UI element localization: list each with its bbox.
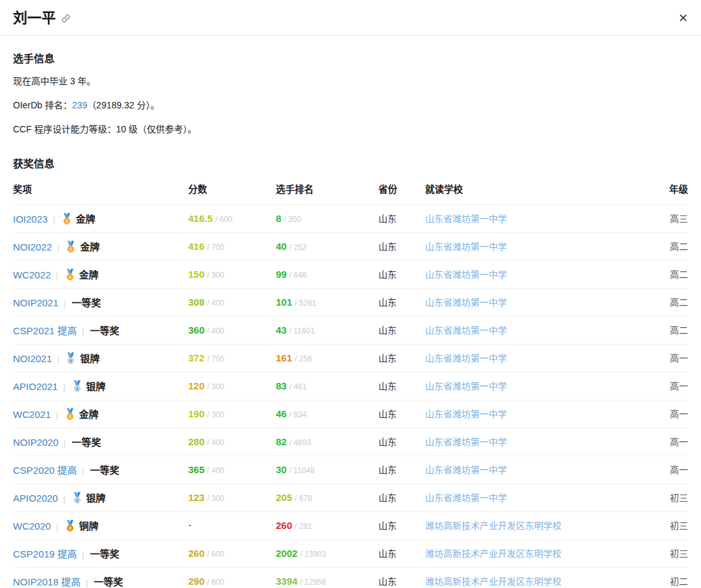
score-denominator: / 705 — [207, 243, 225, 252]
school-link[interactable]: 山东省潍坊第一中学 — [425, 381, 507, 391]
score-denominator: / 705 — [207, 354, 225, 363]
award-label: 银牌 — [86, 381, 106, 392]
table-row: CSP2019 提高|一等奖260/ 6002002/ 13903山东潍坊高新技… — [13, 539, 688, 567]
score-cell: 308/ 400 — [188, 288, 276, 316]
school-link[interactable]: 潍坊高新技术产业开发区东明学校 — [425, 576, 561, 587]
column-header-5: 年级 — [643, 173, 688, 205]
pipe-separator: | — [64, 438, 66, 448]
score-cell: 190/ 300 — [188, 400, 276, 428]
school-link[interactable]: 山东省潍坊第一中学 — [425, 437, 507, 447]
grade-cell: 初三 — [643, 511, 688, 539]
pipe-separator: | — [63, 382, 65, 392]
score-cell: 372/ 705 — [188, 344, 276, 372]
rank-denominator: / 256 — [295, 354, 312, 363]
contest-link[interactable]: WC2020 — [13, 521, 51, 532]
school-link[interactable]: 山东省潍坊第一中学 — [425, 214, 507, 224]
award-cell: IOI2023|1金牌 — [13, 204, 188, 232]
school-link[interactable]: 山东省潍坊第一中学 — [425, 297, 507, 308]
rank-value: 260 — [276, 520, 292, 531]
rank-value: 161 — [276, 352, 292, 363]
score-cell: 365/ 400 — [188, 456, 276, 484]
table-row: WC2022|1金牌150/ 30099/ 646山东山东省潍坊第一中学高二 — [13, 260, 688, 288]
table-row: WC2021|1金牌190/ 30046/ 834山东山东省潍坊第一中学高一 — [13, 400, 688, 428]
school-link[interactable]: 山东省潍坊第一中学 — [425, 465, 507, 475]
contest-link[interactable]: NOIP2020 — [13, 437, 58, 448]
score-value: 360 — [188, 325, 204, 336]
score-value: 280 — [188, 436, 204, 447]
school-link[interactable]: 山东省潍坊第一中学 — [425, 241, 507, 252]
pipe-separator: | — [82, 550, 84, 559]
svg-text:1: 1 — [70, 247, 72, 251]
table-row: NOI2022|1金牌416/ 70540/ 252山东山东省潍坊第一中学高二 — [13, 232, 688, 260]
rank-denominator: / 5261 — [295, 299, 316, 308]
score-denominator: / 600 — [207, 578, 225, 587]
province-cell: 山东 — [378, 344, 425, 372]
rank-value: 46 — [276, 408, 287, 419]
ccf-level-line: CCF 程序设计能力等级：10 级（仅供参考）。 — [13, 123, 688, 136]
school-link[interactable]: 潍坊高新技术产业开发区东明学校 — [425, 521, 561, 531]
contest-link[interactable]: APIO2020 — [13, 493, 58, 504]
contest-link[interactable]: NOIP2018 提高 — [13, 576, 80, 587]
grade-label: 高一 — [670, 353, 688, 363]
contest-link[interactable]: CSP2021 提高 — [13, 325, 77, 336]
school-link[interactable]: 潍坊高新技术产业开发区东明学校 — [425, 548, 561, 559]
pipe-separator: | — [64, 299, 66, 308]
contest-link[interactable]: CSP2020 提高 — [13, 465, 77, 476]
column-header-2: 选手排名 — [276, 173, 378, 205]
rank-denominator: / 834 — [289, 410, 307, 419]
award-cell: CSP2021 提高|一等奖 — [13, 316, 188, 344]
rank-value: 83 — [276, 380, 287, 391]
column-header-1: 分数 — [188, 173, 276, 205]
score-value: 260 — [188, 548, 204, 559]
medal-icon-wrap: 2 — [65, 354, 80, 364]
column-header-0: 奖项 — [13, 173, 188, 205]
province-label: 山东 — [378, 381, 397, 391]
province-cell: 山东 — [378, 232, 425, 260]
school-link[interactable]: 山东省潍坊第一中学 — [425, 269, 507, 280]
oierdb-rank-link[interactable]: 239 — [72, 100, 87, 110]
school-link[interactable]: 山东省潍坊第一中学 — [425, 493, 507, 503]
grade-label: 高二 — [670, 241, 688, 252]
school-link[interactable]: 山东省潍坊第一中学 — [425, 325, 507, 336]
contest-link[interactable]: NOI2022 — [13, 241, 52, 252]
province-label: 山东 — [378, 493, 397, 503]
rank-denominator: / 12856 — [300, 578, 326, 587]
contest-link[interactable]: WC2022 — [13, 269, 51, 280]
svg-text:1: 1 — [69, 414, 71, 418]
school-link[interactable]: 山东省潍坊第一中学 — [425, 353, 507, 363]
school-cell: 山东省潍坊第一中学 — [425, 484, 643, 511]
player-info-heading: 选手信息 — [13, 50, 688, 66]
province-label: 山东 — [378, 241, 397, 252]
column-header-3: 省份 — [378, 173, 425, 205]
school-cell: 山东省潍坊第一中学 — [425, 344, 643, 372]
score-value: 290 — [188, 576, 204, 587]
grade-label: 高一 — [670, 437, 688, 447]
province-label: 山东 — [378, 353, 397, 363]
contest-link[interactable]: WC2021 — [13, 409, 51, 420]
gold-medal-icon: 1 — [64, 408, 76, 420]
award-label: 银牌 — [80, 353, 99, 364]
contest-link[interactable]: APIO2021 — [13, 381, 58, 392]
score-denominator: / 600 — [215, 215, 233, 224]
province-label: 山东 — [378, 325, 397, 336]
close-icon[interactable]: ✕ — [678, 12, 688, 24]
score-value: 190 — [188, 408, 204, 419]
award-cell: CSP2020 提高|一等奖 — [13, 456, 188, 484]
school-link[interactable]: 山东省潍坊第一中学 — [425, 409, 507, 419]
page-title: 刘一平 — [13, 10, 56, 27]
score-denominator: / 400 — [207, 466, 225, 475]
medal-icon-wrap: 2 — [71, 493, 86, 504]
link-icon[interactable] — [61, 14, 71, 23]
province-label: 山东 — [378, 297, 397, 308]
province-cell: 山东 — [378, 539, 425, 567]
contest-link[interactable]: NOIP2021 — [13, 297, 58, 308]
school-cell: 山东省潍坊第一中学 — [425, 372, 643, 400]
award-label: 金牌 — [80, 241, 99, 252]
contest-link[interactable]: IOI2023 — [13, 214, 47, 225]
contest-link[interactable]: CSP2019 提高 — [13, 548, 77, 559]
pipe-separator: | — [56, 271, 58, 280]
rank-value: 30 — [276, 464, 287, 475]
contest-link[interactable]: NOI2021 — [13, 353, 52, 364]
rank-cell: 82/ 4693 — [276, 428, 378, 456]
score-value: 372 — [188, 352, 204, 363]
